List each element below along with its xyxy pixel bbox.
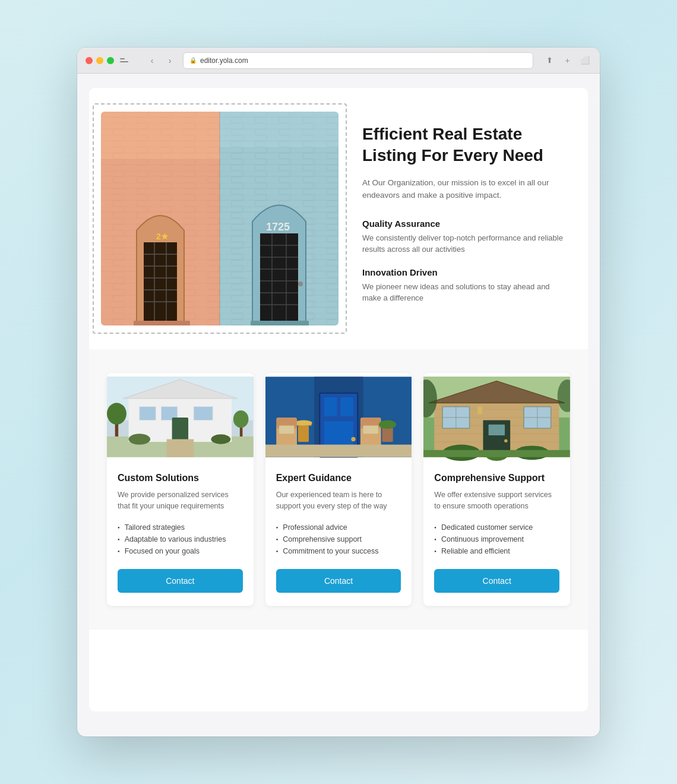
fullscreen-button[interactable] [107,57,114,64]
feature-innovation-title: Innovation Driven [362,267,564,277]
hero-text: Efficient Real Estate Listing For Every … [362,112,564,316]
url-text: editor.yola.com [200,56,248,65]
svg-rect-86 [489,425,505,435]
address-bar[interactable]: 🔒 editor.yola.com [183,52,533,69]
feature-innovation-description: We pioneer new ideas and solutions to st… [362,281,564,304]
svg-rect-58 [298,426,308,442]
list-item: Reliable and efficient [434,545,559,557]
svg-point-56 [351,437,355,441]
svg-point-46 [129,434,151,444]
card-3-description: We offer extensive support services to e… [434,489,559,512]
card-3-image [423,373,570,461]
svg-rect-30 [134,321,190,325]
card-2-contact-button[interactable]: Contact [276,569,401,593]
svg-point-59 [295,420,312,425]
svg-rect-8 [101,112,220,159]
svg-rect-54 [340,397,353,416]
card-2-description: Our experienced team is here to support … [276,489,401,512]
list-item: Continuous improvement [434,533,559,545]
card-1-contact-button[interactable]: Contact [118,569,243,593]
card-3-body: Comprehensive Support We offer extensive… [423,461,570,606]
svg-point-47 [211,434,230,444]
svg-point-29 [298,282,303,286]
browser-actions: ⬆ ＋ ⬜ [543,54,591,67]
svg-point-87 [504,439,507,442]
forward-button[interactable]: › [163,53,177,68]
feature-quality: Quality Assurance We consistently delive… [362,219,564,255]
list-item: Focused on your goals [118,545,243,557]
card-2-image [265,373,412,461]
svg-rect-92 [423,450,570,457]
svg-point-43 [107,403,126,425]
cards-section: Custom Solutions We provide personalized… [89,349,588,630]
sidebar-toggle-icon[interactable] [120,56,132,65]
card-1-title: Custom Solutions [118,473,243,483]
svg-point-45 [233,410,249,428]
list-item: Tailored strategies [118,521,243,533]
back-button[interactable]: ‹ [145,53,159,68]
card-2-body: Expert Guidance Our experienced team is … [265,461,412,606]
svg-rect-10 [144,242,177,325]
svg-text:2★: 2★ [156,232,169,241]
svg-rect-40 [194,407,213,421]
lock-icon: 🔒 [189,57,197,64]
svg-rect-53 [324,397,337,416]
svg-rect-9 [220,112,338,147]
card-1-image [107,373,254,461]
hero-image: 2★ 17 [101,112,338,325]
card-1-list: Tailored strategies Adaptable to various… [118,521,243,557]
card-3-contact-button[interactable]: Contact [434,569,559,593]
feature-innovation: Innovation Driven We pioneer new ideas a… [362,267,564,304]
svg-rect-66 [265,445,412,457]
svg-text:1725: 1725 [266,221,290,233]
svg-rect-41 [172,418,188,442]
svg-rect-48 [166,439,194,457]
list-item: Comprehensive support [276,533,401,545]
traffic-lights [86,57,114,64]
list-item: Dedicated customer service [434,521,559,533]
new-tab-button[interactable]: ＋ [561,54,574,67]
hero-description: At Our Organization, our mission is to e… [362,176,564,202]
minimize-button[interactable] [96,57,103,64]
feature-quality-title: Quality Assurance [362,219,564,229]
svg-rect-88 [478,407,482,415]
reading-list-button[interactable]: ⬜ [578,54,591,67]
card-3-title: Comprehensive Support [434,473,559,483]
card-2-list: Professional advice Comprehensive suppor… [276,521,401,557]
browser-nav: ‹ › [145,53,177,68]
svg-rect-31 [251,321,309,325]
list-item: Professional advice [276,521,401,533]
feature-quality-description: We consistently deliver top-notch perfor… [362,232,564,255]
card-1-description: We provide personalized services that fi… [118,489,243,512]
svg-rect-19 [260,233,298,325]
close-button[interactable] [86,57,93,64]
card-custom-solutions: Custom Solutions We provide personalized… [107,373,254,606]
hero-title: Efficient Real Estate Listing For Every … [362,124,564,167]
card-comprehensive-support: Comprehensive Support We offer extensive… [423,373,570,606]
svg-rect-62 [279,426,295,434]
browser-toolbar: ‹ › 🔒 editor.yola.com ⬆ ＋ ⬜ [77,48,600,74]
share-button[interactable]: ⬆ [543,54,556,67]
hero-house-svg: 2★ 17 [101,112,338,325]
browser-window: ‹ › 🔒 editor.yola.com ⬆ ＋ ⬜ [77,48,600,736]
svg-rect-38 [140,407,156,421]
list-item: Commitment to your success [276,545,401,557]
list-item: Adaptable to various industries [118,533,243,545]
page-content: 2★ 17 [89,88,588,712]
svg-point-68 [379,420,396,429]
hero-image-container: 2★ 17 [101,112,338,325]
card-2-title: Expert Guidance [276,473,401,483]
card-expert-guidance: Expert Guidance Our experienced team is … [265,373,412,606]
hero-section: 2★ 17 [89,88,588,349]
svg-rect-65 [363,426,378,434]
card-1-body: Custom Solutions We provide personalized… [107,461,254,606]
card-3-list: Dedicated customer service Continuous im… [434,521,559,557]
